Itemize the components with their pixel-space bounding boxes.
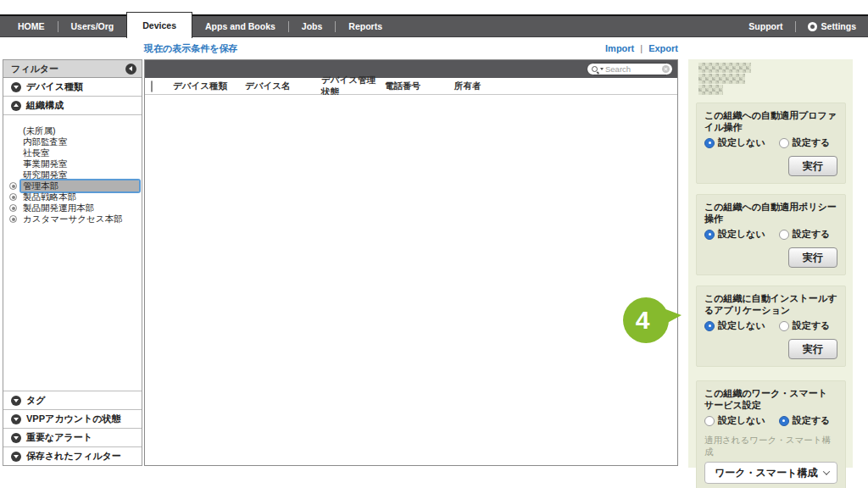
select-all-checkbox[interactable] xyxy=(151,80,153,92)
radio-option-no[interactable]: 設定しない xyxy=(704,136,765,149)
org-tree: (未所属) 内部監査室 社長室 事業開発室 研究開発室 管理本部 製品戦略本部 xyxy=(3,115,142,231)
radio-option-yes[interactable]: 設定する xyxy=(779,228,831,241)
sidebar-item-label: 保存されたフィルター xyxy=(26,450,121,463)
radio-icon[interactable] xyxy=(779,416,789,426)
filter-title: フィルター xyxy=(11,63,58,75)
section-title: この組織のワーク・スマート サービス設定 xyxy=(704,387,837,411)
redacted-block xyxy=(698,74,745,84)
org-item-customer-success-hq[interactable]: カスタマーサクセス本部 xyxy=(7,214,139,225)
expand-node-icon[interactable] xyxy=(9,182,17,190)
chevron-down-icon xyxy=(11,433,21,443)
sidebar-spacer xyxy=(3,231,142,391)
device-table: デバイス種類 デバイス名 デバイス管理状態 電話番号 所有者 xyxy=(144,59,678,466)
radio-icon[interactable] xyxy=(704,138,715,148)
sidebar-sections-bottom: タグ VPPアカウントの状態 重要なアラート 保存されたフィルター xyxy=(3,391,142,465)
link-divider: | xyxy=(640,43,643,53)
radio-icon[interactable] xyxy=(779,321,789,331)
import-link[interactable]: Import xyxy=(605,43,634,53)
radio-icon[interactable] xyxy=(704,321,715,331)
work-smart-config-select[interactable]: ワーク・スマート構成 xyxy=(704,462,837,484)
table-body-empty xyxy=(145,95,677,465)
chevron-down-icon xyxy=(11,396,21,406)
support-link[interactable]: Support xyxy=(748,21,782,31)
radio-label: 設定する xyxy=(793,136,831,149)
run-button[interactable]: 実行 xyxy=(788,339,837,359)
sidebar-item-org-structure[interactable]: 組織構成 xyxy=(3,97,142,115)
org-item-label: 製品開発運用本部 xyxy=(21,202,139,214)
radio-label: 設定しない xyxy=(718,136,765,149)
button-row: 実行 xyxy=(704,339,837,359)
org-item-president-office[interactable]: 社長室 xyxy=(7,147,139,158)
sidebar-item-saved-filters[interactable]: 保存されたフィルター xyxy=(3,446,142,465)
sidebar-item-device-type[interactable]: デバイス種類 xyxy=(3,78,142,97)
column-header-device-name[interactable]: デバイス名 xyxy=(245,80,321,92)
radio-option-no[interactable]: 設定しない xyxy=(704,414,765,427)
org-item-internal-audit[interactable]: 内部監査室 xyxy=(7,136,139,147)
tab-users-org[interactable]: Users/Org xyxy=(58,16,127,36)
sidebar-item-important-alerts[interactable]: 重要なアラート xyxy=(3,428,142,446)
import-export-group: Import | Export xyxy=(605,43,678,53)
chevron-down-icon xyxy=(823,468,830,474)
org-item-product-devops-hq[interactable]: 製品開発運用本部 xyxy=(7,202,139,214)
radio-icon[interactable] xyxy=(704,416,715,426)
section-work-smart-service: この組織のワーク・スマート サービス設定 設定しない 設定する 適用されるワーク… xyxy=(696,380,846,488)
clear-search-icon[interactable] xyxy=(662,65,670,73)
org-item-label: (未所属) xyxy=(21,125,139,136)
section-auto-policy: この組織への自動適用ポリシー操作 設定しない 設定する 実行 xyxy=(696,194,846,275)
sidebar-item-label: VPPアカウントの状態 xyxy=(26,413,121,425)
radio-option-no[interactable]: 設定しない xyxy=(704,319,765,332)
org-item-product-strategy-hq[interactable]: 製品戦略本部 xyxy=(7,191,139,202)
chevron-down-icon xyxy=(11,452,21,462)
expand-node-icon[interactable] xyxy=(9,204,17,212)
table-header-row: デバイス種類 デバイス名 デバイス管理状態 電話番号 所有者 xyxy=(145,78,677,95)
tab-apps-and-books[interactable]: Apps and Books xyxy=(192,16,288,36)
export-link[interactable]: Export xyxy=(648,43,678,53)
tab-reports[interactable]: Reports xyxy=(336,16,395,36)
screen: HOME Users/Org Devices Apps and Books Jo… xyxy=(0,0,868,488)
radio-option-no[interactable]: 設定しない xyxy=(704,228,765,241)
radio-group: 設定しない 設定する xyxy=(704,228,837,241)
expand-node-icon[interactable] xyxy=(9,193,17,201)
radio-label: 設定しない xyxy=(718,228,765,241)
tab-jobs[interactable]: Jobs xyxy=(289,16,336,36)
search-scope-caret-icon[interactable] xyxy=(600,68,604,70)
radio-option-yes[interactable]: 設定する xyxy=(779,414,831,427)
run-button[interactable]: 実行 xyxy=(788,247,837,268)
org-item-business-dev[interactable]: 事業開発室 xyxy=(7,158,139,169)
expand-node-icon[interactable] xyxy=(9,215,17,223)
search-box[interactable] xyxy=(587,63,673,75)
sidebar-item-tags[interactable]: タグ xyxy=(3,391,142,409)
radio-option-yes[interactable]: 設定する xyxy=(779,136,831,149)
save-view-link[interactable]: 現在の表示条件を保存 xyxy=(144,42,238,55)
collapse-sidebar-icon[interactable] xyxy=(125,64,136,75)
column-header-device-type[interactable]: デバイス種類 xyxy=(173,80,245,92)
sidebar-item-label: デバイス種類 xyxy=(26,80,83,93)
tab-home[interactable]: HOME xyxy=(5,16,58,36)
search-input[interactable] xyxy=(605,64,660,74)
org-item-rnd[interactable]: 研究開発室 xyxy=(7,169,139,180)
org-item-unassigned[interactable]: (未所属) xyxy=(7,125,139,136)
org-item-admin-hq[interactable]: 管理本部 xyxy=(7,180,139,191)
search-icon xyxy=(592,66,598,72)
nav-tabs: HOME Users/Org Devices Apps and Books Jo… xyxy=(0,16,395,36)
column-header-owner[interactable]: 所有者 xyxy=(454,80,677,92)
sidebar-item-vpp-account-status[interactable]: VPPアカウントの状態 xyxy=(3,409,142,428)
section-auto-profile: この組織への自動適用プロファイル操作 設定しない 設定する 実行 xyxy=(696,103,846,184)
run-button[interactable]: 実行 xyxy=(788,156,837,176)
org-settings-panel: この組織への自動適用プロファイル操作 設定しない 設定する 実行 この組織への自… xyxy=(688,59,853,468)
tab-devices[interactable]: Devices xyxy=(126,12,192,38)
chevron-up-icon xyxy=(11,101,21,111)
org-item-label: 内部監査室 xyxy=(21,136,139,147)
column-header-phone[interactable]: 電話番号 xyxy=(385,80,454,92)
settings-link[interactable]: Settings xyxy=(808,21,856,31)
org-item-label: 研究開発室 xyxy=(21,169,139,180)
chevron-down-icon xyxy=(11,414,21,424)
radio-option-yes[interactable]: 設定する xyxy=(779,319,831,332)
radio-icon[interactable] xyxy=(704,230,715,240)
radio-icon[interactable] xyxy=(779,138,789,148)
radio-icon[interactable] xyxy=(779,230,789,240)
top-nav: HOME Users/Org Devices Apps and Books Jo… xyxy=(0,14,868,37)
radio-label: 設定する xyxy=(793,228,831,241)
section-title: この組織への自動適用ポリシー操作 xyxy=(704,201,837,225)
section-auto-install-apps: この組織に自動インストールするアプリケーション 設定しない 設定する 実行 xyxy=(696,286,846,367)
